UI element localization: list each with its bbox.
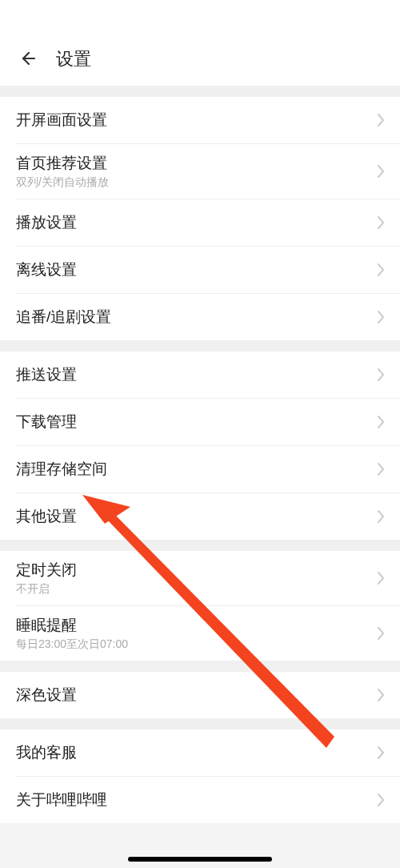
section-gap — [0, 540, 400, 551]
anime-drama-settings[interactable]: 追番/追剧设置 — [0, 294, 400, 340]
row-label: 定时关闭 — [16, 561, 77, 581]
sleep-reminder[interactable]: 睡眠提醒 每日23:00至次日07:00 — [0, 606, 400, 661]
chevron-right-icon — [376, 263, 386, 277]
row-label: 播放设置 — [16, 213, 77, 233]
section-gap — [0, 661, 400, 672]
back-arrow-icon — [18, 49, 37, 71]
chevron-right-icon — [376, 415, 386, 429]
offline-settings[interactable]: 离线设置 — [0, 247, 400, 293]
row-label: 清理存储空间 — [16, 460, 107, 480]
row-label: 其他设置 — [16, 507, 77, 527]
chevron-right-icon — [376, 215, 386, 230]
row-subtitle: 每日23:00至次日07:00 — [16, 637, 128, 651]
row-label: 首页推荐设置 — [16, 154, 107, 174]
chevron-right-icon — [376, 745, 386, 760]
row-subtitle: 双列/关闭自动播放 — [16, 175, 109, 189]
header: 设置 — [0, 0, 400, 86]
page-title: 设置 — [56, 47, 91, 71]
section-gap — [0, 718, 400, 729]
push-settings[interactable]: 推送设置 — [0, 352, 400, 398]
row-label: 睡眠提醒 — [16, 616, 77, 636]
chevron-right-icon — [376, 368, 386, 382]
section-gap — [0, 340, 400, 352]
chevron-right-icon — [376, 571, 386, 585]
chevron-right-icon — [376, 688, 386, 702]
row-label: 离线设置 — [16, 260, 77, 280]
back-button[interactable] — [16, 49, 38, 71]
playback-settings[interactable]: 播放设置 — [0, 199, 400, 246]
chevron-right-icon — [376, 310, 386, 324]
splash-settings[interactable]: 开屏画面设置 — [0, 97, 400, 143]
chevron-right-icon — [376, 793, 386, 807]
row-label: 追番/追剧设置 — [16, 307, 111, 328]
row-label: 开屏画面设置 — [16, 111, 107, 131]
home-recommend-settings[interactable]: 首页推荐设置 双列/关闭自动播放 — [0, 144, 400, 199]
chevron-right-icon — [376, 113, 386, 127]
about-bilibili[interactable]: 关于哔哩哔哩 — [0, 777, 400, 823]
row-label: 深色设置 — [16, 685, 77, 705]
clear-storage[interactable]: 清理存储空间 — [0, 446, 400, 492]
row-label: 推送设置 — [16, 365, 77, 385]
chevron-right-icon — [376, 509, 386, 524]
settings-group: 开屏画面设置 首页推荐设置 双列/关闭自动播放 播放设置 离线设置 追番/追剧设… — [0, 97, 400, 340]
settings-group: 定时关闭 不开启 睡眠提醒 每日23:00至次日07:00 — [0, 551, 400, 661]
settings-group: 推送设置 下载管理 清理存储空间 其他设置 — [0, 352, 400, 540]
chevron-right-icon — [376, 462, 386, 476]
row-subtitle: 不开启 — [16, 582, 50, 596]
download-manager[interactable]: 下载管理 — [0, 399, 400, 445]
section-gap — [0, 86, 400, 97]
chevron-right-icon — [376, 164, 386, 179]
other-settings[interactable]: 其他设置 — [0, 493, 400, 540]
settings-group: 我的客服 关于哔哩哔哩 — [0, 729, 400, 823]
dark-mode-settings[interactable]: 深色设置 — [0, 672, 400, 718]
row-label: 下载管理 — [16, 412, 77, 432]
timer-off[interactable]: 定时关闭 不开启 — [0, 551, 400, 605]
row-label: 关于哔哩哔哩 — [16, 790, 107, 810]
my-support[interactable]: 我的客服 — [0, 729, 400, 776]
chevron-right-icon — [376, 626, 386, 641]
row-label: 我的客服 — [16, 743, 77, 763]
settings-group: 深色设置 — [0, 672, 400, 718]
home-indicator — [128, 857, 272, 862]
